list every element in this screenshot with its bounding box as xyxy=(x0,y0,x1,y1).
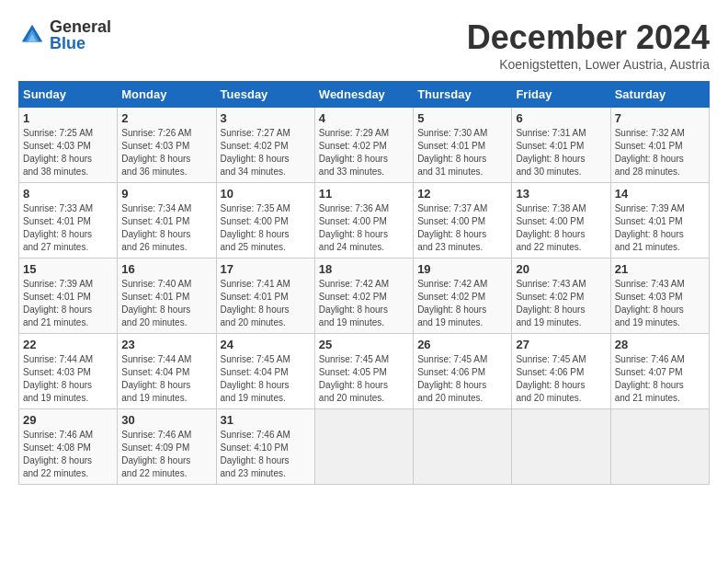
day-number: 20 xyxy=(516,262,606,276)
day-number: 1 xyxy=(23,111,113,125)
day-number: 28 xyxy=(615,338,705,351)
day-number: 3 xyxy=(221,111,311,125)
day-number: 23 xyxy=(121,338,211,351)
day-number: 19 xyxy=(417,262,507,276)
day-number: 26 xyxy=(417,338,507,351)
table-row: 7Sunrise: 7:32 AM Sunset: 4:01 PM Daylig… xyxy=(610,108,709,183)
col-sunday: Sunday xyxy=(19,82,118,108)
day-number: 17 xyxy=(221,262,311,276)
table-row xyxy=(610,409,709,485)
day-number: 10 xyxy=(221,187,311,201)
table-row: 5Sunrise: 7:30 AM Sunset: 4:01 PM Daylig… xyxy=(414,108,512,183)
day-info: Sunrise: 7:26 AM Sunset: 4:03 PM Dayligh… xyxy=(121,127,211,178)
table-row: 24Sunrise: 7:45 AM Sunset: 4:04 PM Dayli… xyxy=(216,334,314,409)
table-row: 2Sunrise: 7:26 AM Sunset: 4:03 PM Daylig… xyxy=(118,108,216,183)
day-info: Sunrise: 7:46 AM Sunset: 4:10 PM Dayligh… xyxy=(221,429,311,480)
col-wednesday: Wednesday xyxy=(314,82,413,108)
day-info: Sunrise: 7:45 AM Sunset: 4:05 PM Dayligh… xyxy=(319,353,409,405)
day-info: Sunrise: 7:38 AM Sunset: 4:00 PM Dayligh… xyxy=(516,202,606,254)
table-row: 30Sunrise: 7:46 AM Sunset: 4:09 PM Dayli… xyxy=(118,409,216,485)
day-info: Sunrise: 7:34 AM Sunset: 4:01 PM Dayligh… xyxy=(121,202,211,254)
month-title: December 2024 xyxy=(467,18,710,57)
day-info: Sunrise: 7:29 AM Sunset: 4:02 PM Dayligh… xyxy=(319,127,409,178)
table-row: 13Sunrise: 7:38 AM Sunset: 4:00 PM Dayli… xyxy=(512,183,610,259)
table-row: 22Sunrise: 7:44 AM Sunset: 4:03 PM Dayli… xyxy=(19,334,118,409)
day-number: 15 xyxy=(23,262,113,276)
day-info: Sunrise: 7:46 AM Sunset: 4:07 PM Dayligh… xyxy=(615,353,705,405)
table-row: 26Sunrise: 7:45 AM Sunset: 4:06 PM Dayli… xyxy=(414,334,512,409)
table-row: 11Sunrise: 7:36 AM Sunset: 4:00 PM Dayli… xyxy=(314,183,413,259)
day-info: Sunrise: 7:45 AM Sunset: 4:06 PM Dayligh… xyxy=(516,353,606,405)
location-subtitle: Koenigstetten, Lower Austria, Austria xyxy=(467,57,710,72)
col-thursday: Thursday xyxy=(414,82,512,108)
table-row: 27Sunrise: 7:45 AM Sunset: 4:06 PM Dayli… xyxy=(512,334,610,409)
table-row: 18Sunrise: 7:42 AM Sunset: 4:02 PM Dayli… xyxy=(314,259,413,334)
day-number: 9 xyxy=(121,187,211,201)
logo-blue: Blue xyxy=(50,35,111,52)
table-row: 10Sunrise: 7:35 AM Sunset: 4:00 PM Dayli… xyxy=(216,183,314,259)
table-row xyxy=(512,409,610,485)
day-info: Sunrise: 7:35 AM Sunset: 4:00 PM Dayligh… xyxy=(221,202,311,254)
day-number: 12 xyxy=(417,187,507,201)
table-row: 20Sunrise: 7:43 AM Sunset: 4:02 PM Dayli… xyxy=(512,259,610,334)
col-friday: Friday xyxy=(512,82,610,108)
day-number: 4 xyxy=(319,111,409,125)
day-number: 13 xyxy=(516,187,606,201)
day-info: Sunrise: 7:46 AM Sunset: 4:08 PM Dayligh… xyxy=(23,429,113,480)
calendar-week-2: 8Sunrise: 7:33 AM Sunset: 4:01 PM Daylig… xyxy=(19,183,710,259)
day-number: 5 xyxy=(417,111,507,125)
day-info: Sunrise: 7:36 AM Sunset: 4:00 PM Dayligh… xyxy=(319,202,409,254)
table-row: 16Sunrise: 7:40 AM Sunset: 4:01 PM Dayli… xyxy=(118,259,216,334)
day-number: 30 xyxy=(121,413,211,427)
day-number: 7 xyxy=(615,111,705,125)
day-info: Sunrise: 7:42 AM Sunset: 4:02 PM Dayligh… xyxy=(417,278,507,329)
day-number: 6 xyxy=(516,111,606,125)
calendar-week-1: 1Sunrise: 7:25 AM Sunset: 4:03 PM Daylig… xyxy=(19,108,710,183)
table-row: 25Sunrise: 7:45 AM Sunset: 4:05 PM Dayli… xyxy=(314,334,413,409)
day-number: 18 xyxy=(319,262,409,276)
day-number: 14 xyxy=(615,187,705,201)
calendar-header-row: Sunday Monday Tuesday Wednesday Thursday… xyxy=(19,82,710,108)
col-monday: Monday xyxy=(118,82,216,108)
table-row: 17Sunrise: 7:41 AM Sunset: 4:01 PM Dayli… xyxy=(216,259,314,334)
day-info: Sunrise: 7:30 AM Sunset: 4:01 PM Dayligh… xyxy=(417,127,507,178)
day-info: Sunrise: 7:43 AM Sunset: 4:02 PM Dayligh… xyxy=(516,278,606,329)
table-row: 31Sunrise: 7:46 AM Sunset: 4:10 PM Dayli… xyxy=(216,409,314,485)
logo-text: General Blue xyxy=(50,18,111,52)
day-info: Sunrise: 7:31 AM Sunset: 4:01 PM Dayligh… xyxy=(516,127,606,178)
table-row: 6Sunrise: 7:31 AM Sunset: 4:01 PM Daylig… xyxy=(512,108,610,183)
table-row: 8Sunrise: 7:33 AM Sunset: 4:01 PM Daylig… xyxy=(19,183,118,259)
day-number: 8 xyxy=(23,187,113,201)
day-number: 21 xyxy=(615,262,705,276)
day-number: 11 xyxy=(319,187,409,201)
col-saturday: Saturday xyxy=(610,82,709,108)
logo-icon xyxy=(18,21,46,49)
table-row: 19Sunrise: 7:42 AM Sunset: 4:02 PM Dayli… xyxy=(414,259,512,334)
page-header: General Blue December 2024 Koenigstetten… xyxy=(18,18,710,72)
calendar-week-4: 22Sunrise: 7:44 AM Sunset: 4:03 PM Dayli… xyxy=(19,334,710,409)
table-row: 14Sunrise: 7:39 AM Sunset: 4:01 PM Dayli… xyxy=(610,183,709,259)
calendar-week-3: 15Sunrise: 7:39 AM Sunset: 4:01 PM Dayli… xyxy=(19,259,710,334)
table-row xyxy=(314,409,413,485)
day-info: Sunrise: 7:33 AM Sunset: 4:01 PM Dayligh… xyxy=(23,202,113,254)
day-info: Sunrise: 7:46 AM Sunset: 4:09 PM Dayligh… xyxy=(121,429,211,480)
table-row: 4Sunrise: 7:29 AM Sunset: 4:02 PM Daylig… xyxy=(314,108,413,183)
day-info: Sunrise: 7:45 AM Sunset: 4:06 PM Dayligh… xyxy=(417,353,507,405)
day-info: Sunrise: 7:25 AM Sunset: 4:03 PM Dayligh… xyxy=(23,127,113,178)
table-row: 21Sunrise: 7:43 AM Sunset: 4:03 PM Dayli… xyxy=(610,259,709,334)
day-number: 22 xyxy=(23,338,113,351)
table-row: 29Sunrise: 7:46 AM Sunset: 4:08 PM Dayli… xyxy=(19,409,118,485)
title-block: December 2024 Koenigstetten, Lower Austr… xyxy=(467,18,710,72)
col-tuesday: Tuesday xyxy=(216,82,314,108)
day-number: 25 xyxy=(319,338,409,351)
table-row: 3Sunrise: 7:27 AM Sunset: 4:02 PM Daylig… xyxy=(216,108,314,183)
logo-general: General xyxy=(50,18,111,35)
calendar-week-5: 29Sunrise: 7:46 AM Sunset: 4:08 PM Dayli… xyxy=(19,409,710,485)
table-row: 15Sunrise: 7:39 AM Sunset: 4:01 PM Dayli… xyxy=(19,259,118,334)
day-info: Sunrise: 7:40 AM Sunset: 4:01 PM Dayligh… xyxy=(121,278,211,329)
day-info: Sunrise: 7:32 AM Sunset: 4:01 PM Dayligh… xyxy=(615,127,705,178)
day-number: 29 xyxy=(23,413,113,427)
day-info: Sunrise: 7:43 AM Sunset: 4:03 PM Dayligh… xyxy=(615,278,705,329)
day-info: Sunrise: 7:39 AM Sunset: 4:01 PM Dayligh… xyxy=(23,278,113,329)
day-number: 24 xyxy=(221,338,311,351)
